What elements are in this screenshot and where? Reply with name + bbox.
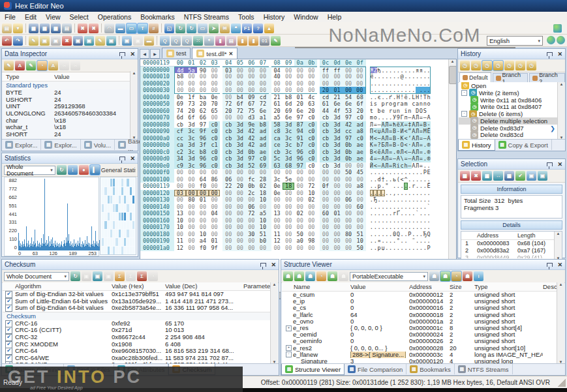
- checkbox-icon[interactable]: ✔: [5, 341, 12, 348]
- byte-cell[interactable]: 74: [174, 108, 186, 115]
- history-tree[interactable]: ◷Open-◷Write (2 items)◷Write 0x11 at 0xd…: [459, 82, 557, 140]
- gauge-icon[interactable]: ◔: [37, 61, 47, 70]
- select-range-icon[interactable]: ↔: [493, 171, 503, 181]
- checksum-row-crc-64-we[interactable]: ✔CRC-64/WE0xa0c28b306fed...11 583 974 23…: [3, 355, 278, 362]
- byte-cell[interactable]: b0: [257, 237, 269, 245]
- byte-cell[interactable]: 00: [343, 224, 354, 231]
- insert-icon[interactable]: ✎: [29, 36, 38, 46]
- byte-cell[interactable]: 00: [320, 196, 331, 204]
- byte-cell[interactable]: ca: [174, 142, 186, 149]
- image-tool-icon[interactable]: [553, 24, 562, 33]
- byte-cell[interactable]: 66: [197, 114, 209, 121]
- mail-icon[interactable]: ✉: [220, 23, 230, 33]
- byte-cell[interactable]: 69: [174, 100, 186, 108]
- byte-cell[interactable]: 00: [320, 204, 331, 211]
- byte-cell[interactable]: cb: [320, 155, 331, 162]
- byte-cell[interactable]: 00: [283, 245, 294, 252]
- byte-cell[interactable]: 00: [257, 80, 269, 87]
- byte-cell[interactable]: 00: [197, 87, 209, 94]
- byte-cell[interactable]: 00: [271, 224, 283, 231]
- byte-cell[interactable]: c9: [174, 162, 186, 170]
- byte-cell[interactable]: 00: [197, 204, 209, 211]
- byte-cell[interactable]: 20: [197, 100, 209, 108]
- byte-cell[interactable]: 4d: [174, 67, 186, 74]
- scroll-up-icon[interactable]: ▲: [273, 282, 277, 286]
- byte-cell[interactable]: 00: [222, 245, 234, 252]
- column-value[interactable]: Value: [54, 73, 138, 80]
- byte-cell[interactable]: 00: [306, 67, 318, 74]
- close-icon[interactable]: ✕: [557, 262, 562, 268]
- byte-cell[interactable]: 6f: [186, 114, 198, 121]
- byte-cell[interactable]: 00: [234, 73, 246, 80]
- distribution-icon[interactable]: ⁝: [68, 165, 78, 175]
- structure-scheme-select[interactable]: PortableExecutable ▾: [350, 272, 428, 281]
- menu-item-tools[interactable]: Tools: [234, 12, 259, 22]
- byte-cell[interactable]: 28: [257, 176, 269, 183]
- inspector-row-ulonglong[interactable]: ULONGLONG263460578460303384: [2, 110, 138, 117]
- byte-cell[interactable]: 00: [186, 169, 198, 176]
- add-structure-icon[interactable]: ☗: [305, 271, 315, 281]
- hex-row-00000080[interactable]: 00000080cb3d97c0cb3d9eb8583d87c0cb3d42ad…: [140, 121, 456, 128]
- byte-cell[interactable]: 00: [283, 237, 294, 245]
- byte-cell[interactable]: c0: [306, 114, 318, 121]
- byte-cell[interactable]: 04: [209, 210, 221, 217]
- pin-icon[interactable]: [260, 263, 266, 267]
- structure-scrollbar[interactable]: ▲ ▼: [557, 282, 564, 364]
- byte-cell[interactable]: 06: [343, 196, 354, 204]
- byte-cell[interactable]: 00: [306, 204, 318, 211]
- byte-cell[interactable]: 64: [197, 176, 209, 183]
- hex-row-00000170[interactable]: 0000017010000000000000100000000000000000…: [140, 224, 456, 231]
- byte-cell[interactable]: 6d: [174, 114, 186, 121]
- checkbox-icon[interactable]: ✔: [5, 305, 12, 312]
- byte-cell[interactable]: 97: [343, 135, 354, 142]
- selection-fragment-row[interactable]: 10x000000830x68 (104): [461, 240, 562, 247]
- byte-cell[interactable]: 00: [271, 87, 283, 94]
- byte-cell[interactable]: 91: [294, 135, 306, 142]
- inspector-row-ushort[interactable]: USHORT24: [2, 97, 138, 104]
- info-struct-icon[interactable]: i: [474, 271, 483, 281]
- byte-cell[interactable]: 6e: [257, 108, 269, 115]
- bind-structure-icon[interactable]: ☗: [283, 271, 293, 281]
- byte-cell[interactable]: 00: [294, 73, 306, 80]
- paste-over-icon[interactable]: ▣: [51, 36, 61, 46]
- byte-cell[interactable]: 72: [222, 100, 234, 108]
- byte-cell[interactable]: 00: [197, 80, 209, 87]
- byte-cell[interactable]: 00: [197, 217, 209, 224]
- dock-tab-copy-export[interactable]: ▤Copy & Export: [495, 140, 552, 150]
- byte-cell[interactable]: 00: [354, 190, 366, 197]
- dock-tab-history[interactable]: ▤History: [458, 140, 495, 151]
- scroll-up-icon[interactable]: ▲: [560, 82, 564, 86]
- byte-cell[interactable]: 80: [343, 231, 354, 238]
- byte-cell[interactable]: 00: [234, 176, 246, 183]
- byte-cell[interactable]: 00: [331, 176, 343, 183]
- byte-cell[interactable]: 00: [174, 196, 186, 204]
- byte-cell[interactable]: 00: [354, 162, 366, 170]
- byte-cell[interactable]: 3c: [186, 162, 198, 170]
- ascii-cell[interactable]: А: [427, 114, 431, 121]
- byte-cell[interactable]: cd: [257, 94, 269, 101]
- pause-struct-icon[interactable]: ◔: [452, 271, 461, 281]
- byte-cell[interactable]: c0: [209, 121, 221, 128]
- select-check-icon[interactable]: ✔: [515, 171, 525, 181]
- history-import-icon[interactable]: ◷: [504, 61, 514, 70]
- byte-cell[interactable]: 02: [257, 183, 269, 190]
- refresh-view-icon[interactable]: ↻: [176, 23, 185, 33]
- byte-cell[interactable]: 00: [331, 196, 343, 204]
- byte-cell[interactable]: 00: [246, 217, 258, 224]
- byte-cell[interactable]: 00: [283, 196, 294, 204]
- feedback-icon[interactable]: ❝: [231, 23, 241, 33]
- byte-cell[interactable]: 00: [271, 217, 283, 224]
- byte-cell[interactable]: c0: [209, 149, 221, 156]
- byte-cell[interactable]: 97: [197, 121, 209, 128]
- byte-cell[interactable]: 00: [306, 210, 318, 217]
- hex-row-00000050[interactable]: 0000005069732070726f6772616d2063616e6e6f…: [140, 100, 456, 108]
- byte-cell[interactable]: c0: [209, 155, 221, 162]
- ascii-cell[interactable]: -: [427, 121, 431, 128]
- ascii-cell[interactable]: А: [427, 135, 431, 142]
- byte-cell[interactable]: 00: [354, 176, 366, 183]
- byte-cell[interactable]: 00: [186, 80, 198, 87]
- byte-cell[interactable]: 00: [209, 87, 221, 94]
- byte-cell[interactable]: 34: [174, 155, 186, 162]
- history-save-icon[interactable]: ◷: [471, 61, 481, 70]
- checksum-row-crc-16[interactable]: ✔CRC-160xfe9265 170: [3, 320, 278, 327]
